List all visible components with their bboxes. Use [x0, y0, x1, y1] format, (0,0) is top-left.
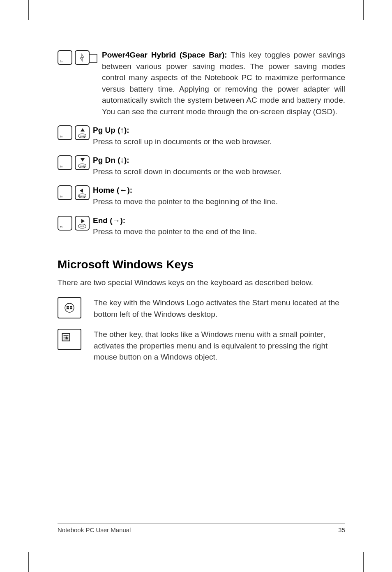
- key-sublabel: home: [79, 195, 85, 197]
- fn-key-icon: fn: [58, 155, 72, 170]
- hotkey-item-home: fn home Home (←): Press to move the poin…: [58, 185, 345, 207]
- page-content: fn Power4Gear Hybrid (Space Bar): This k…: [58, 49, 345, 372]
- hotkey-item-power4gear: fn Power4Gear Hybrid (Space Bar): This k…: [58, 49, 345, 117]
- hotkey-description: End (→): Press to move the pointer to th…: [93, 215, 257, 238]
- menu-key-icon: [58, 329, 81, 350]
- hotkey-item-end: fn end End (→): Press to move the pointe…: [58, 215, 345, 238]
- key-sublabel: end: [80, 225, 84, 227]
- hotkey-title: Home (←):: [93, 186, 132, 194]
- fn-key-icon: fn: [58, 185, 72, 200]
- fn-key-icon: fn: [58, 216, 72, 231]
- fn-key-icon: fn: [58, 125, 72, 140]
- menu-key-text: The other key, that looks like a Windows…: [94, 329, 345, 363]
- section-heading: Microsoft Windows Keys: [58, 258, 345, 271]
- hotkey-body: Press to move the pointer to the beginni…: [93, 197, 278, 206]
- context-menu-icon: [62, 333, 71, 343]
- key-combo: fn end: [58, 216, 90, 231]
- key-label: fn: [60, 60, 62, 63]
- fn-key-icon: fn: [58, 50, 72, 65]
- hotkey-description: Home (←): Press to move the pointer to t…: [93, 185, 278, 207]
- hotkey-title: Pg Dn (↓):: [93, 156, 129, 164]
- section-intro: There are two special Windows keys on th…: [58, 277, 345, 288]
- page-footer: Notebook PC User Manual 35: [58, 524, 345, 533]
- key-combo: fn pgup: [58, 125, 90, 140]
- windows-logo-key-icon: [58, 297, 81, 318]
- end-key-icon: end: [75, 216, 90, 231]
- key-combo: fn home: [58, 185, 90, 200]
- hotkey-body: Press to scroll up in documents or the w…: [93, 137, 272, 146]
- key-label: fn: [60, 135, 62, 138]
- windows-logo-key-text: The key with the Windows Logo activates …: [94, 297, 345, 320]
- hotkey-body: Press to scroll down in documents or the…: [93, 167, 281, 176]
- windows-logo-icon: [65, 303, 74, 313]
- hotkey-item-pgdn: fn pgdn Pg Dn (↓): Press to scroll down …: [58, 155, 345, 177]
- key-sublabel: pgup: [80, 135, 85, 137]
- key-label: fn: [60, 195, 62, 198]
- windows-logo-key-item: The key with the Windows Logo activates …: [58, 297, 345, 320]
- hotkey-title: End (→):: [93, 216, 125, 225]
- key-sublabel: pgdn: [80, 165, 85, 167]
- key-combo: fn: [58, 50, 90, 65]
- connector-line-icon: [90, 52, 101, 68]
- spacebar-key-icon: [75, 50, 90, 65]
- hotkey-body: Press to move the pointer to the end of …: [93, 227, 257, 236]
- page-number: 35: [338, 526, 345, 533]
- hotkey-description: Pg Dn (↓): Press to scroll down in docum…: [93, 155, 281, 177]
- key-label: fn: [60, 226, 62, 228]
- hotkey-body: This key toggles power savings between v…: [102, 51, 345, 116]
- hotkey-title: Pg Up (↑):: [93, 126, 129, 134]
- hotkey-title: Power4Gear Hybrid (Space Bar):: [102, 51, 227, 59]
- menu-key-item: The other key, that looks like a Windows…: [58, 329, 345, 363]
- pgup-key-icon: pgup: [75, 125, 90, 140]
- hotkey-description: Pg Up (↑): Press to scroll up in documen…: [93, 125, 272, 147]
- pgdn-key-icon: pgdn: [75, 155, 90, 170]
- hotkey-item-pgup: fn pgup Pg Up (↑): Press to scroll up in…: [58, 125, 345, 147]
- home-key-icon: home: [75, 185, 90, 200]
- hotkey-description: Power4Gear Hybrid (Space Bar): This key …: [102, 49, 345, 117]
- key-combo: fn pgdn: [58, 155, 90, 170]
- footer-title: Notebook PC User Manual: [58, 526, 131, 533]
- power-icon: [78, 53, 87, 62]
- key-label: fn: [60, 165, 62, 168]
